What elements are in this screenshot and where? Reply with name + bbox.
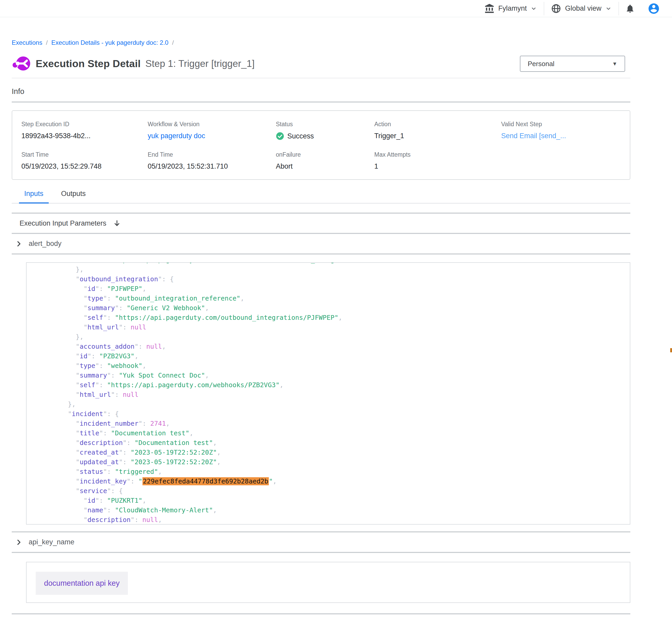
chevron-right-icon — [15, 539, 22, 546]
code-line: "status": "triggered", — [29, 467, 630, 477]
field-on-failure: onFailure Abort — [276, 151, 374, 171]
tab-inputs[interactable]: Inputs — [19, 190, 49, 203]
code-line: "self": "https://api.pagerduty.com/webho… — [29, 262, 630, 265]
field-label: Status — [276, 121, 374, 128]
breadcrumb: Executions / Execution Details - yuk pag… — [12, 39, 630, 46]
code-line: "incident_key": "229efec8feda44778d3fe69… — [29, 477, 630, 486]
section-row-alert-body[interactable]: alert_body — [12, 234, 630, 253]
info-card: Step Execution ID 18992a43-9538-4b2... W… — [12, 110, 630, 180]
field-step-execution-id: Step Execution ID 18992a43-9538-4b2... — [21, 121, 148, 140]
section-divider — [12, 253, 630, 254]
code-line: "description": null, — [29, 515, 630, 525]
code-line: "outbound_integration": { — [29, 274, 630, 284]
code-line: "updated_at": "2023-05-19T22:52:20Z", — [29, 457, 630, 467]
org-switcher[interactable]: Fylamynt — [478, 3, 544, 14]
status-text: Success — [287, 132, 314, 140]
field-value: 05/19/2023, 15:52:31.710 — [148, 163, 276, 171]
scope-select-value: Personal — [528, 60, 555, 68]
code-line: }, — [29, 332, 630, 342]
code-line: "type": "webhook", — [29, 361, 630, 371]
code-line: "description": "Documentation test", — [29, 438, 630, 447]
field-label: Step Execution ID — [21, 121, 148, 128]
code-line: "self": "https://api.pagerduty.com/webho… — [29, 380, 630, 390]
topbar: Fylamynt Global view — [0, 0, 672, 17]
field-value: 05/19/2023, 15:52:29.748 — [21, 163, 148, 171]
section-row-label: api_key_name — [29, 538, 75, 546]
field-value: 1 — [374, 163, 501, 171]
code-line: "service": { — [29, 486, 630, 496]
field-label: Max Attempts — [374, 151, 501, 158]
view-name: Global view — [565, 4, 601, 12]
code-line: "accounts_addon": null, — [29, 342, 630, 351]
breadcrumb-separator: / — [172, 39, 174, 46]
bank-icon — [484, 3, 495, 14]
next-step-link[interactable]: Send Email [send_... — [501, 132, 566, 140]
code-line: "summary": "Yuk Spot Connect Doc", — [29, 371, 630, 380]
execution-input-parameters-header: Execution Input Parameters — [12, 214, 630, 233]
chevron-down-icon — [605, 5, 612, 12]
code-line: "id": "PUZKRT1", — [29, 496, 630, 505]
empty-cell — [501, 151, 630, 171]
code-line: "title": "Documentation test", — [29, 428, 630, 438]
field-workflow-version: Workflow & Version yuk pagerduty doc — [148, 121, 276, 140]
alert-body-json-viewer[interactable]: "self": "https://api.pagerduty.com/webho… — [26, 262, 630, 525]
download-parameters-button[interactable] — [113, 219, 121, 227]
user-avatar-icon — [648, 2, 660, 15]
chevron-down-icon — [530, 5, 537, 12]
code-line: "id": "PZB2VG3", — [29, 351, 630, 361]
tabbar: Inputs Outputs — [12, 190, 630, 203]
code-line: "id": "PJFWPEP", — [29, 284, 630, 294]
section-row-api-key-name[interactable]: api_key_name — [12, 532, 630, 552]
caret-down-icon: ▼ — [612, 61, 617, 67]
find-match-scrollbar-marker — [670, 348, 672, 352]
field-end-time: End Time 05/19/2023, 15:52:31.710 — [148, 151, 276, 171]
tab-outputs[interactable]: Outputs — [56, 190, 91, 203]
code-line: "html_url": null — [29, 322, 630, 332]
field-start-time: Start Time 05/19/2023, 15:52:29.748 — [21, 151, 148, 171]
field-label: Start Time — [21, 151, 148, 158]
breadcrumb-separator: / — [46, 39, 48, 46]
title-row: Execution Step Detail Step 1: Trigger [t… — [12, 55, 630, 72]
code-line: "created_at": "2023-05-19T22:52:20Z", — [29, 447, 630, 457]
api-key-name-value-box: documentation api key — [26, 562, 630, 603]
field-max-attempts: Max Attempts 1 — [374, 151, 501, 171]
breadcrumb-execution-details-link[interactable]: Execution Details - yuk pagerduty doc: 2… — [51, 39, 169, 46]
code-pre: "self": "https://api.pagerduty.com/webho… — [26, 262, 630, 525]
success-check-icon — [276, 132, 284, 140]
info-heading: Info — [12, 87, 630, 96]
field-label: onFailure — [276, 151, 374, 158]
org-name: Fylamynt — [498, 4, 527, 12]
account-button[interactable] — [641, 2, 666, 15]
info-divider — [12, 101, 630, 103]
breadcrumb-executions-link[interactable]: Executions — [12, 39, 42, 46]
api-key-name-chip: documentation api key — [36, 572, 128, 595]
field-value: Abort — [276, 163, 374, 171]
workflow-logo-icon — [12, 55, 31, 72]
view-switcher[interactable]: Global view — [544, 3, 618, 14]
page-title: Execution Step Detail — [36, 58, 141, 70]
section-row-label: alert_body — [29, 240, 62, 248]
page-subtitle: Step 1: Trigger [trigger_1] — [145, 58, 255, 69]
code-line: "type": "outbound_integration_reference"… — [29, 294, 630, 303]
code-line: "html_url": null — [29, 390, 630, 399]
globe-icon — [551, 3, 561, 14]
section-divider — [12, 552, 630, 553]
code-line: }, — [29, 399, 630, 409]
search-highlight: 229efec8feda44778d3fe692b28aed2b — [143, 477, 269, 485]
field-status: Status Success — [276, 121, 374, 140]
code-line: "incident": { — [29, 409, 630, 419]
param-header-label: Execution Input Parameters — [19, 219, 106, 227]
bell-icon — [625, 4, 635, 13]
code-line: }, — [29, 265, 630, 274]
download-arrow-icon — [113, 219, 121, 227]
code-line: "summary": "Generic V2 Webhook", — [29, 303, 630, 313]
code-line: "self": "https://api.pagerduty.com/outbo… — [29, 313, 630, 322]
notifications-button[interactable] — [619, 4, 641, 13]
field-label: End Time — [148, 151, 276, 158]
field-label: Action — [374, 121, 501, 128]
code-line: "incident_number": 2741, — [29, 419, 630, 428]
field-value: 18992a43-9538-4b2... — [21, 132, 148, 140]
section-row-api-key-value[interactable]: api_key_value — [12, 614, 630, 618]
scope-select[interactable]: Personal ▼ — [520, 56, 625, 72]
workflow-link[interactable]: yuk pagerduty doc — [148, 132, 205, 140]
